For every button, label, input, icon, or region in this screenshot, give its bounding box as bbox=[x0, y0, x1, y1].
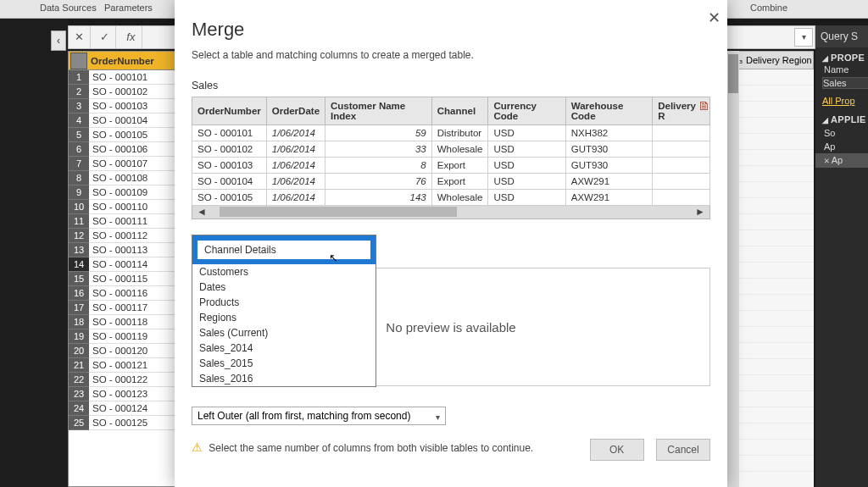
cell[interactable] bbox=[653, 190, 710, 206]
ribbon-group-parameters[interactable]: Parameters bbox=[104, 3, 153, 13]
row-number[interactable]: 13 bbox=[69, 243, 89, 257]
cell-value[interactable]: SO - 000121 bbox=[89, 358, 177, 373]
dropdown-option[interactable]: Sales_2015 bbox=[192, 356, 376, 371]
second-table-dropdown[interactable]: Channel Details Customers Dates Products… bbox=[192, 235, 710, 253]
table-row[interactable]: 23SO - 000123 bbox=[69, 387, 177, 401]
cell-value[interactable]: SO - 000107 bbox=[89, 157, 177, 171]
row-number[interactable]: 18 bbox=[69, 315, 89, 329]
table-row[interactable]: 7SO - 000107 bbox=[69, 157, 177, 171]
row-number[interactable]: 25 bbox=[69, 416, 89, 430]
table-row[interactable]: 3SO - 000103 bbox=[69, 99, 177, 113]
cell[interactable] bbox=[653, 141, 710, 158]
row-number[interactable]: 6 bbox=[69, 142, 89, 157]
cell[interactable]: USD bbox=[488, 174, 565, 190]
cell-value[interactable]: SO - 000114 bbox=[89, 257, 177, 272]
cancel-button[interactable]: Cancel bbox=[656, 439, 710, 461]
row-number[interactable]: 22 bbox=[69, 373, 89, 387]
row-number[interactable]: 12 bbox=[69, 229, 89, 243]
dropdown-option[interactable]: Dates bbox=[192, 279, 376, 295]
cell-value[interactable]: SO - 000110 bbox=[89, 200, 177, 214]
horizontal-scrollbar[interactable]: ◄ ► bbox=[192, 206, 710, 219]
row-number[interactable]: 5 bbox=[69, 128, 89, 142]
table-row[interactable]: 14SO - 000114 bbox=[69, 257, 177, 272]
column-header[interactable]: OrderNumber bbox=[192, 97, 267, 125]
table-row[interactable]: 8SO - 000108 bbox=[69, 171, 177, 185]
table-row[interactable]: 1SO - 000101 bbox=[69, 70, 177, 85]
cell[interactable]: AXW291 bbox=[565, 190, 652, 206]
cell[interactable]: NXH382 bbox=[565, 125, 652, 141]
column-header[interactable]: Currency Code bbox=[488, 97, 565, 125]
row-number[interactable]: 19 bbox=[69, 329, 89, 344]
column-header[interactable]: Warehouse Code bbox=[565, 97, 652, 125]
delete-step-icon[interactable]: ✕ bbox=[824, 155, 830, 166]
properties-section-header[interactable]: PROPE bbox=[815, 47, 868, 64]
cell[interactable]: SO - 000101 bbox=[192, 125, 267, 141]
cell[interactable]: USD bbox=[488, 158, 565, 174]
row-number[interactable]: 10 bbox=[69, 200, 89, 214]
ribbon-group-data-sources[interactable]: Data Sources bbox=[40, 3, 97, 13]
fx-label[interactable]: fx bbox=[120, 26, 142, 48]
table-row[interactable]: 5SO - 000105 bbox=[69, 128, 177, 142]
row-number[interactable]: 11 bbox=[69, 214, 89, 229]
cell[interactable] bbox=[653, 158, 710, 174]
table-row[interactable]: 4SO - 000104 bbox=[69, 113, 177, 128]
table-row[interactable]: 2SO - 000102 bbox=[69, 85, 177, 99]
dropdown-option[interactable]: Sales (Current) bbox=[192, 325, 376, 340]
table-row[interactable]: SO - 0001011/06/201459DistributorUSDNXH3… bbox=[192, 125, 710, 141]
cell-value[interactable]: SO - 000115 bbox=[89, 272, 177, 286]
table-row[interactable]: 12SO - 000112 bbox=[69, 229, 177, 243]
cell[interactable] bbox=[653, 174, 710, 190]
cell-value[interactable]: SO - 000111 bbox=[89, 214, 177, 229]
cell[interactable] bbox=[653, 125, 710, 141]
cell[interactable]: Export bbox=[431, 158, 488, 174]
row-number[interactable]: 4 bbox=[69, 113, 89, 128]
row-number[interactable]: 8 bbox=[69, 171, 89, 185]
cell[interactable]: 1/06/2014 bbox=[266, 125, 325, 141]
row-number[interactable]: 15 bbox=[69, 272, 89, 286]
row-number[interactable]: 14 bbox=[69, 257, 89, 272]
table-row[interactable]: 22SO - 000122 bbox=[69, 373, 177, 387]
row-number[interactable]: 16 bbox=[69, 286, 89, 301]
cell-value[interactable]: SO - 000122 bbox=[89, 373, 177, 387]
table-row[interactable]: 6SO - 000106 bbox=[69, 142, 177, 157]
row-number[interactable]: 24 bbox=[69, 401, 89, 416]
cell[interactable]: AXW291 bbox=[565, 174, 652, 190]
cell-value[interactable]: SO - 000102 bbox=[89, 85, 177, 99]
cell-value[interactable]: SO - 000112 bbox=[89, 229, 177, 243]
row-number[interactable]: 17 bbox=[69, 301, 89, 315]
cell-value[interactable]: SO - 000104 bbox=[89, 113, 177, 128]
cell-value[interactable]: SO - 000123 bbox=[89, 387, 177, 401]
cell[interactable]: 1/06/2014 bbox=[266, 141, 325, 158]
table-row[interactable]: SO - 0001041/06/201476ExportUSDAXW291 bbox=[192, 174, 710, 190]
applied-steps-section-header[interactable]: APPLIE bbox=[815, 109, 868, 126]
cell[interactable]: Wholesale bbox=[431, 141, 488, 158]
table-row[interactable]: SO - 0001021/06/201433WholesaleUSDGUT930 bbox=[192, 141, 710, 158]
ribbon-group-combine[interactable]: Combine bbox=[750, 3, 787, 13]
cell[interactable]: 143 bbox=[326, 190, 432, 206]
table-row[interactable]: SO - 0001051/06/2014143WholesaleUSDAXW29… bbox=[192, 190, 710, 206]
table-row[interactable]: 17SO - 000117 bbox=[69, 301, 177, 315]
query-name-input[interactable] bbox=[822, 77, 868, 89]
row-number[interactable]: 9 bbox=[69, 185, 89, 200]
cell-value[interactable]: SO - 000120 bbox=[89, 344, 177, 358]
cell[interactable]: 1/06/2014 bbox=[266, 158, 325, 174]
scroll-right-icon[interactable]: ► bbox=[691, 206, 709, 218]
table-row[interactable]: 9SO - 000109 bbox=[69, 185, 177, 200]
row-number[interactable]: 3 bbox=[69, 99, 89, 113]
all-properties-link[interactable]: All Prop bbox=[815, 92, 868, 109]
cell[interactable]: 59 bbox=[326, 125, 432, 141]
table-row[interactable]: 19SO - 000119 bbox=[69, 329, 177, 344]
applied-step[interactable]: So bbox=[815, 126, 868, 140]
table-options-icon[interactable]: 🗎 bbox=[698, 98, 710, 113]
cell[interactable]: Distributor bbox=[431, 125, 488, 141]
cell-value[interactable]: SO - 000105 bbox=[89, 128, 177, 142]
cell[interactable]: USD bbox=[488, 190, 565, 206]
row-number[interactable]: 1 bbox=[69, 70, 89, 85]
cell[interactable]: GUT930 bbox=[565, 158, 652, 174]
dropdown-option-selected[interactable]: Channel Details bbox=[192, 235, 376, 264]
cell-value[interactable]: SO - 000119 bbox=[89, 329, 177, 344]
table-row[interactable]: 25SO - 000125 bbox=[69, 416, 177, 430]
vertical-scrollbar[interactable] bbox=[727, 51, 739, 487]
row-number[interactable]: 2 bbox=[69, 85, 89, 99]
cell-value[interactable]: SO - 000124 bbox=[89, 401, 177, 416]
